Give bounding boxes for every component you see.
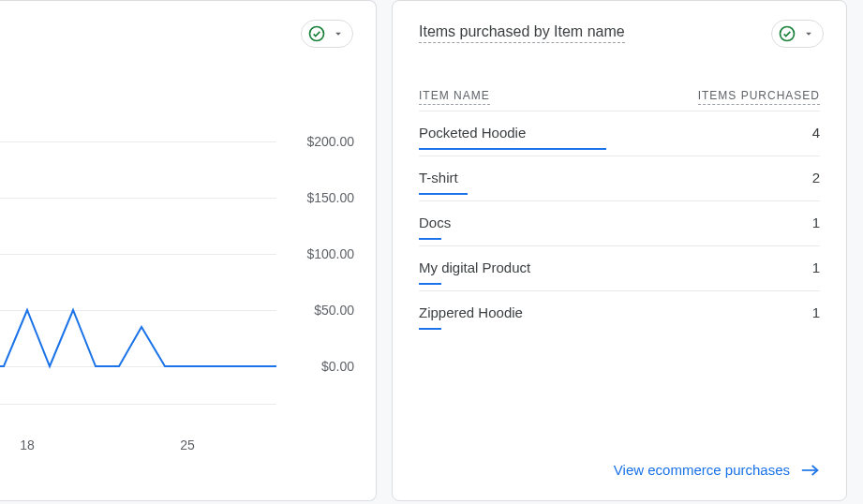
line-chart: $200.00 $150.00 $100.00 $50.00 $0.00 18 … (0, 132, 377, 432)
view-ecommerce-purchases-link[interactable]: View ecommerce purchases (614, 462, 820, 478)
item-value: 1 (812, 215, 820, 230)
y-tick-label: $0.00 (279, 359, 354, 374)
y-tick-label: $200.00 (279, 134, 354, 149)
items-table: ITEM NAME ITEMS PURCHASED Pocketed Hoodi… (419, 89, 820, 335)
item-value: 1 (812, 304, 820, 320)
item-name: Docs (419, 215, 451, 230)
y-tick-label: $100.00 (279, 246, 354, 261)
column-header-name: ITEM NAME (419, 89, 490, 105)
card-title: Items purchased by Item name (419, 23, 625, 43)
svg-point-0 (310, 27, 324, 41)
item-name: Pocketed Hoodie (419, 125, 526, 141)
arrow-right-icon (801, 463, 820, 478)
y-tick-label: $150.00 (279, 190, 354, 205)
item-value: 4 (812, 125, 820, 141)
item-name: T-shirt (419, 170, 458, 185)
y-axis-labels: $200.00 $150.00 $100.00 $50.00 $0.00 (279, 134, 354, 374)
y-tick-label: $50.00 (279, 303, 354, 318)
item-name: Zippered Hoodie (419, 304, 523, 320)
value-bar (419, 193, 468, 195)
table-row: Zippered Hoodie 1 (419, 290, 820, 335)
table-row: My digital Product 1 (419, 245, 820, 290)
x-tick-label: 18 (20, 437, 35, 452)
table-row: T-shirt 2 (419, 156, 820, 200)
item-value: 1 (812, 259, 820, 275)
footer-link-label: View ecommerce purchases (614, 462, 790, 478)
chevron-down-icon (802, 27, 815, 40)
check-circle-icon (778, 24, 796, 43)
item-name: My digital Product (419, 259, 530, 275)
check-circle-icon (307, 24, 326, 43)
item-value: 2 (812, 170, 820, 185)
value-bar (419, 238, 441, 240)
items-purchased-card: Items purchased by Item name ITEM NAME I… (392, 0, 847, 501)
x-tick-label: 25 (180, 437, 195, 452)
table-row: Docs 1 (419, 200, 820, 245)
svg-point-1 (781, 27, 795, 41)
line-chart-svg (0, 132, 276, 376)
table-row: Pocketed Hoodie 4 (419, 111, 820, 156)
value-bar (419, 328, 441, 330)
status-pill[interactable] (771, 20, 824, 48)
chevron-down-icon (332, 27, 345, 40)
value-bar (419, 283, 441, 285)
status-pill[interactable] (301, 20, 353, 48)
value-bar (419, 148, 606, 150)
column-header-value: ITEMS PURCHASED (698, 89, 820, 105)
revenue-chart-card: $200.00 $150.00 $100.00 $50.00 $0.00 18 … (0, 0, 377, 501)
